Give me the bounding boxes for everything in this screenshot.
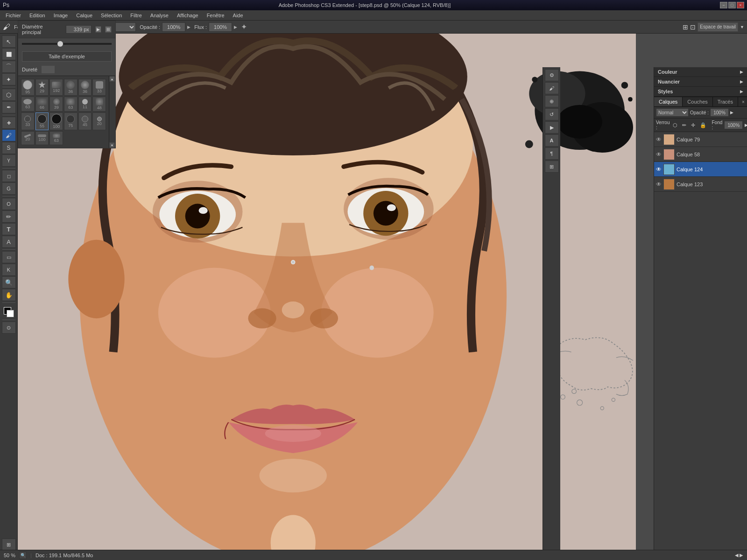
tool-screen-mode[interactable]: ⊞ bbox=[2, 539, 16, 551]
opacity-arrow-icon[interactable]: ▶ bbox=[730, 110, 733, 115]
menu-affichage[interactable]: Affichage bbox=[173, 12, 202, 19]
right-icon-clone[interactable]: ⊕ bbox=[545, 95, 559, 107]
lock-transparent-icon[interactable]: ⬡ bbox=[671, 122, 679, 129]
menu-calque[interactable]: Calque bbox=[72, 12, 96, 19]
lock-paint-icon[interactable]: ✏ bbox=[681, 122, 688, 129]
menu-analyse[interactable]: Analyse bbox=[147, 12, 172, 19]
brush-preset-item[interactable]: 192 bbox=[49, 79, 63, 96]
menu-selection[interactable]: Sélection bbox=[97, 12, 126, 19]
flux-input[interactable] bbox=[209, 22, 232, 32]
opacity-input[interactable] bbox=[162, 22, 185, 32]
workspace-icon2[interactable]: ⊡ bbox=[690, 23, 696, 31]
right-icon-brush[interactable]: 🖌 bbox=[545, 82, 559, 94]
minimize-button[interactable]: − bbox=[720, 2, 727, 8]
layer-visibility-toggle[interactable]: 👁 bbox=[656, 136, 662, 143]
tool-stamp[interactable]: S bbox=[2, 142, 16, 154]
layer-visibility-toggle[interactable]: 👁 bbox=[656, 166, 662, 173]
brush-preset-item[interactable]: 20 bbox=[21, 131, 35, 145]
tool-zoom[interactable]: 🔍 bbox=[2, 276, 16, 288]
diameter-slider[interactable] bbox=[22, 43, 112, 45]
right-icon-text[interactable]: A bbox=[545, 134, 559, 147]
layer-opacity-input[interactable] bbox=[710, 108, 729, 117]
diameter-increment-icon[interactable]: ▶ bbox=[95, 26, 102, 33]
brush-preset-item[interactable]: 45 bbox=[78, 112, 92, 130]
tool-path-select[interactable]: A bbox=[2, 236, 16, 248]
brush-preset-item[interactable]: 20 bbox=[92, 112, 106, 130]
scroll-up-icon[interactable]: ▲ bbox=[109, 76, 115, 82]
tool-quickmask[interactable]: ⊙ bbox=[2, 322, 16, 334]
fill-arrow-icon[interactable]: ▶ bbox=[745, 123, 747, 127]
layer-visibility-toggle[interactable]: 👁 bbox=[656, 181, 662, 188]
brush-preset-item[interactable]: 33 bbox=[92, 79, 106, 96]
airbrush-icon[interactable]: ✦ bbox=[241, 22, 247, 31]
timeline-prev-icon[interactable]: ◀ bbox=[735, 553, 739, 558]
tool-move[interactable]: ↖ bbox=[2, 35, 16, 48]
menu-edition[interactable]: Edition bbox=[26, 12, 49, 19]
maximize-button[interactable]: □ bbox=[728, 2, 736, 8]
layer-item[interactable]: 👁 Calque 79 bbox=[654, 132, 747, 147]
tool-brush[interactable]: 🖌 bbox=[2, 129, 16, 141]
menu-filtre[interactable]: Filtre bbox=[127, 12, 145, 19]
menu-aide[interactable]: Aide bbox=[229, 12, 247, 19]
layer-item[interactable]: 👁 Calque 123 bbox=[654, 177, 747, 192]
workspace-icon1[interactable]: ⊞ bbox=[683, 23, 688, 31]
tool-type[interactable]: T bbox=[2, 223, 16, 235]
brush-preset-item[interactable]: 100 bbox=[35, 131, 49, 145]
brush-preset-item[interactable]: 95 bbox=[21, 79, 35, 96]
brush-preset-item[interactable]: 48 bbox=[92, 97, 106, 112]
right-icon-options[interactable]: ⚙ bbox=[545, 69, 559, 81]
tool-gradient[interactable]: G bbox=[2, 182, 16, 195]
brush-preset-item[interactable]: 39 bbox=[49, 97, 63, 112]
tool-hand[interactable]: ✋ bbox=[2, 289, 16, 301]
tool-shape[interactable]: ▭ bbox=[2, 251, 16, 263]
opacity-arrow[interactable]: ▶ bbox=[187, 25, 190, 29]
tool-3d[interactable]: K bbox=[2, 264, 16, 276]
tool-crop[interactable]: ⬡ bbox=[2, 89, 16, 101]
brush-preset-item[interactable]: 63 bbox=[49, 131, 63, 145]
diameter-options-icon[interactable]: ⊞ bbox=[105, 26, 112, 33]
flux-arrow[interactable]: ▶ bbox=[234, 25, 237, 29]
menu-image[interactable]: Image bbox=[50, 12, 72, 19]
right-icon-history[interactable]: ↺ bbox=[545, 108, 559, 120]
workspace-dropdown-icon[interactable]: ▼ bbox=[740, 25, 744, 29]
right-icon-actions[interactable]: ▶ bbox=[545, 121, 559, 133]
menu-fichier[interactable]: Fichier bbox=[2, 12, 25, 19]
close-button[interactable]: × bbox=[737, 2, 744, 8]
brush-preset-item[interactable]: 33 bbox=[21, 112, 35, 130]
brush-preset-item[interactable]: 100 bbox=[49, 112, 63, 130]
scroll-down-icon[interactable]: ▼ bbox=[109, 142, 115, 148]
tool-eyedropper[interactable]: ✒ bbox=[2, 101, 16, 113]
tool-dodge[interactable]: O bbox=[2, 198, 16, 210]
brush-preset-item[interactable]: 55 bbox=[35, 112, 49, 130]
brush-preset-item[interactable]: 75 bbox=[64, 112, 78, 130]
layer-item[interactable]: 👁 Calque 124 bbox=[654, 162, 747, 177]
menu-fenetre[interactable]: Fenêtre bbox=[203, 12, 228, 19]
layer-item[interactable]: 👁 Calque 58 bbox=[654, 147, 747, 162]
layers-close-icon[interactable]: × bbox=[740, 97, 747, 106]
tab-calques[interactable]: Calques bbox=[654, 97, 683, 106]
right-icon-paragraph[interactable]: ¶ bbox=[545, 147, 559, 160]
tool-magic-wand[interactable]: ✦ bbox=[2, 73, 16, 85]
tool-lasso[interactable]: ⌒ bbox=[2, 61, 16, 73]
lock-all-icon[interactable]: 🔒 bbox=[698, 122, 708, 129]
brush-preset-item[interactable]: 63 bbox=[21, 97, 35, 112]
styles-section-header[interactable]: Styles ▶ bbox=[654, 87, 747, 96]
lock-move-icon[interactable]: ✛ bbox=[690, 122, 697, 129]
layer-fill-input[interactable] bbox=[724, 121, 743, 129]
tool-history-brush[interactable]: Y bbox=[2, 154, 16, 167]
timeline-next-icon[interactable]: ▶ bbox=[740, 553, 743, 558]
tab-couches[interactable]: Couches bbox=[683, 97, 712, 106]
diameter-input[interactable] bbox=[66, 25, 92, 34]
tool-heal[interactable]: ✚ bbox=[2, 117, 16, 129]
nuancier-section-header[interactable]: Nuancier ▶ bbox=[654, 77, 747, 86]
brush-preset-item[interactable]: 36 bbox=[64, 79, 78, 96]
workspace-button[interactable]: Espace de travail bbox=[698, 22, 738, 32]
color-section-header[interactable]: Couleur ▶ bbox=[654, 67, 747, 77]
blend-mode-select[interactable]: Normal Produit Incrustation bbox=[656, 108, 689, 117]
right-icon-channels[interactable]: ⊞ bbox=[545, 161, 559, 173]
brush-preset-item[interactable]: 11 bbox=[78, 97, 92, 112]
tool-marquee[interactable]: ⬜ bbox=[2, 48, 16, 60]
tool-pen[interactable]: ✏ bbox=[2, 210, 16, 223]
brush-panel-scrollbar[interactable]: ▲ ▼ bbox=[109, 76, 115, 148]
brush-preset-item[interactable]: 66 bbox=[35, 97, 49, 112]
